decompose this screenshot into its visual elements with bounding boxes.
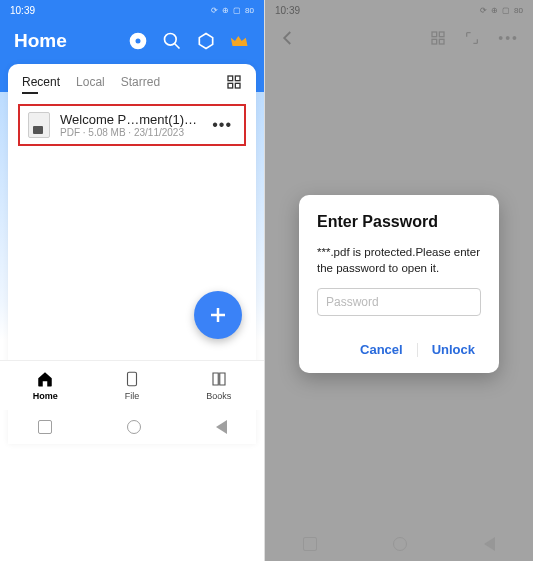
tabs: Recent Local Starred [8, 74, 256, 98]
search-icon[interactable] [162, 31, 182, 51]
svg-rect-8 [235, 83, 240, 88]
system-nav [265, 527, 533, 561]
status-time: 10:39 [10, 5, 35, 16]
sys-back[interactable] [216, 420, 227, 434]
password-input[interactable] [317, 288, 481, 316]
svg-marker-4 [199, 34, 212, 49]
bottom-nav: Home File Books [0, 360, 264, 410]
hex-icon[interactable] [196, 31, 216, 51]
status-bar: 10:39 ⟳⊕▢80 [265, 0, 533, 20]
grid-view-icon[interactable] [226, 74, 242, 90]
eye-icon[interactable] [128, 31, 148, 51]
svg-rect-5 [228, 76, 233, 81]
crown-icon[interactable] [230, 31, 250, 51]
pdf-lock-icon [28, 112, 50, 138]
file-row[interactable]: Welcome P…ment(1).pdf PDF · 5.08 MB · 23… [18, 104, 246, 146]
svg-line-3 [175, 44, 180, 49]
svg-point-1 [135, 38, 142, 45]
svg-rect-7 [228, 83, 233, 88]
app-header: Home [0, 20, 264, 64]
tab-local[interactable]: Local [76, 75, 105, 89]
tab-starred[interactable]: Starred [121, 75, 160, 89]
sys-home[interactable] [393, 537, 407, 551]
status-bar: 10:39 ⟳⊕▢80 [0, 0, 264, 20]
page-title: Home [14, 30, 67, 52]
dialog-message: ***.pdf is protected.Please enter the pa… [317, 245, 481, 276]
password-dialog: Enter Password ***.pdf is protected.Plea… [299, 195, 499, 373]
sys-home[interactable] [127, 420, 141, 434]
sys-recent[interactable] [38, 420, 52, 434]
file-name: Welcome P…ment(1).pdf [60, 112, 198, 127]
cancel-button[interactable]: Cancel [354, 338, 409, 361]
svg-point-2 [165, 34, 177, 46]
svg-rect-11 [127, 372, 136, 386]
add-button[interactable] [194, 291, 242, 339]
more-icon[interactable]: ••• [208, 116, 236, 134]
system-nav [0, 410, 264, 444]
tab-recent[interactable]: Recent [22, 75, 60, 89]
status-icons: ⟳⊕▢80 [211, 6, 254, 15]
nav-books[interactable]: Books [206, 370, 231, 401]
dialog-title: Enter Password [317, 213, 481, 231]
svg-rect-6 [235, 76, 240, 81]
file-meta: PDF · 5.08 MB · 23/11/2023 [60, 127, 198, 138]
nav-file[interactable]: File [123, 370, 141, 401]
sys-back[interactable] [484, 537, 495, 551]
status-icons: ⟳⊕▢80 [480, 6, 523, 15]
nav-home[interactable]: Home [33, 370, 58, 401]
unlock-button[interactable]: Unlock [426, 338, 481, 361]
status-time: 10:39 [275, 5, 300, 16]
sys-recent[interactable] [303, 537, 317, 551]
